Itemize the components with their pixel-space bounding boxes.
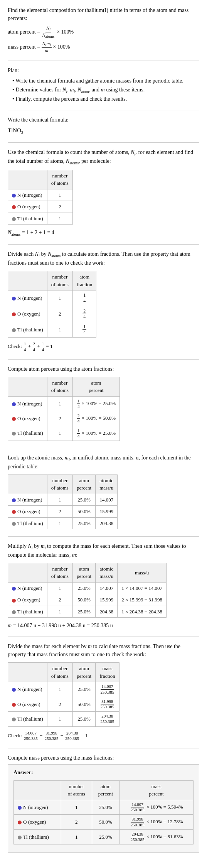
mass-percent-section: Compute mass percents using the mass fra…	[8, 754, 199, 853]
fraction-table: numberof atoms atomfraction N (nitrogen)…	[8, 271, 96, 338]
table-row: N (nitrogen) 1	[8, 189, 73, 201]
atom-percent-frac: Ni Natoms	[42, 25, 56, 39]
mp-col-atoms: numberof atoms	[61, 780, 92, 800]
mp-o-pct: 50.0%	[92, 815, 119, 829]
mm-element-o: O (oxygen)	[8, 594, 47, 606]
mf-o-atoms: 2	[47, 697, 72, 711]
mp-o-masspct: 31.998250.385 × 100% = 12.78%	[119, 815, 194, 829]
dot-tl-icon	[18, 836, 22, 839]
divider-1	[8, 61, 199, 61]
n-atoms: 1	[47, 189, 72, 201]
plan-heading: Plan:	[8, 66, 199, 74]
mm-element-n: N (nitrogen)	[8, 582, 47, 594]
tl-atoms: 1	[47, 213, 72, 225]
mp-n-masspct: 14.007250.385 × 100% = 5.594%	[119, 800, 194, 814]
table-row: O (oxygen) 2 50.0% 31.998250.385	[8, 697, 119, 711]
mass-percent-heading: Compute mass percents using the mass fra…	[8, 754, 199, 762]
formula-section: Write the chemical formula: TlNO2	[8, 116, 199, 135]
divider-3	[8, 142, 199, 143]
am-n-atoms: 1	[47, 494, 72, 506]
mass-percent-label: mass percent =	[8, 44, 42, 49]
mm-element-tl: Tl (thallium)	[8, 606, 47, 618]
mm-n-atoms: 1	[47, 582, 72, 594]
am-col-element	[8, 475, 47, 494]
atom-percent-times: × 100%	[57, 29, 74, 35]
table-row: N (nitrogen) 1 14	[8, 290, 96, 306]
divider-2	[8, 110, 199, 110]
mm-col-atoms: numberof atoms	[47, 563, 72, 582]
mm-tl-calc: 1 × 204.38 = 204.38	[118, 606, 167, 618]
mp-element-n: N (nitrogen)	[14, 800, 61, 814]
mf-o-frac: 31.998250.385	[96, 697, 119, 711]
mass-fraction-table: numberof atoms atompercent massfraction …	[8, 662, 119, 726]
am-o-mass: 15.999	[96, 506, 118, 518]
am-n-mass: 14.007	[96, 494, 118, 506]
dot-tl-icon	[12, 328, 16, 332]
element-tl: Tl (thallium)	[8, 213, 47, 225]
frac-col-element	[8, 271, 47, 290]
mf-col-pct: atompercent	[72, 663, 95, 682]
atom-percent-label: atom percent =	[8, 29, 42, 35]
table-row: O (oxygen) 2 24	[8, 306, 96, 322]
frac-element-tl: Tl (thallium)	[8, 322, 47, 338]
answer-box: Answer: numberof atoms atompercent massp…	[8, 764, 199, 853]
mm-col-element	[8, 563, 47, 582]
mp-n-pct: 25.0%	[92, 800, 119, 814]
table-row: N (nitrogen) 1 14 × 100% = 25.0%	[8, 396, 120, 411]
am-element-tl: Tl (thallium)	[8, 517, 47, 529]
mf-tl-frac: 204.38250.385	[96, 712, 119, 726]
divider-6	[8, 448, 199, 448]
mm-n-mass: 14.007	[96, 582, 118, 594]
mf-n-pct: 25.0%	[72, 682, 95, 697]
mf-n-atoms: 1	[47, 682, 72, 697]
table-row: N (nitrogen) 1 25.0% 14.007	[8, 494, 118, 506]
table-row: Tl (thallium) 1 25.0% 204.38250.385 × 10…	[14, 829, 194, 844]
table-row: Tl (thallium) 1 25.0% 204.38250.385	[8, 712, 119, 726]
element-o: O (oxygen)	[8, 201, 47, 213]
frac-o-frac: 24	[72, 306, 96, 322]
mp-element-o: O (oxygen)	[14, 815, 61, 829]
dot-n-icon	[12, 194, 16, 198]
mass-fraction-section: Divide the mass for each element by m to…	[8, 642, 199, 741]
am-tl-mass: 204.38	[96, 517, 118, 529]
frac-col-frac: atomfraction	[72, 271, 96, 290]
frac-col-atoms: numberof atoms	[47, 271, 72, 290]
count-heading: Use the chemical formula to count the nu…	[8, 148, 199, 166]
mm-tl-pct: 25.0%	[72, 606, 95, 618]
plan-list: Write the chemical formula and gather at…	[11, 77, 199, 103]
mm-o-pct: 50.0%	[72, 594, 95, 606]
fraction-section: Divide each Ni by Natoms to calculate at…	[8, 250, 199, 352]
ap-tl-atoms: 1	[47, 426, 72, 441]
mf-element-tl: Tl (thallium)	[8, 712, 47, 726]
count-col-element	[8, 170, 47, 189]
dot-o-icon	[12, 510, 16, 514]
table-row: O (oxygen) 2 24 × 100% = 50.0%	[8, 411, 120, 426]
table-row: Tl (thallium) 1	[8, 213, 73, 225]
dot-n-icon	[12, 587, 16, 591]
ap-element-tl: Tl (thallium)	[8, 426, 47, 441]
am-n-pct: 25.0%	[72, 494, 95, 506]
ap-element-n: N (nitrogen)	[8, 396, 47, 411]
count-table: numberof atoms N (nitrogen) 1 O (oxygen)…	[8, 170, 73, 225]
mm-o-mass: 15.999	[96, 594, 118, 606]
table-row: Tl (thallium) 1 14 × 100% = 25.0%	[8, 426, 120, 441]
ap-col-pct: atompercent	[72, 377, 119, 396]
am-element-o: O (oxygen)	[8, 506, 47, 518]
mf-element-n: N (nitrogen)	[8, 682, 47, 697]
atom-percent-table: numberof atoms atompercent N (nitrogen) …	[8, 377, 120, 441]
table-row: N (nitrogen) 1 25.0% 14.007250.385 × 100…	[14, 800, 194, 814]
mp-tl-atoms: 1	[61, 829, 92, 844]
intro-heading: Find the elemental composition for thall…	[8, 6, 199, 22]
dot-tl-icon	[12, 610, 16, 614]
atom-percent-formula-line: atom percent = Ni Natoms × 100%	[8, 25, 199, 39]
dot-o-icon	[12, 417, 16, 421]
atomic-mass-heading: Look up the atomic mass, mi, in unified …	[8, 454, 199, 471]
atom-percent-heading: Compute atom percents using the atom fra…	[8, 365, 199, 373]
dot-n-icon	[12, 688, 16, 692]
divider-8	[8, 637, 199, 637]
am-o-atoms: 2	[47, 506, 72, 518]
mass-percent-formula-line: mass percent = Nimi m × 100%	[8, 41, 199, 54]
mp-n-atoms: 1	[61, 800, 92, 814]
mp-col-element	[14, 780, 61, 800]
chemical-formula: TlNO2	[8, 126, 199, 135]
